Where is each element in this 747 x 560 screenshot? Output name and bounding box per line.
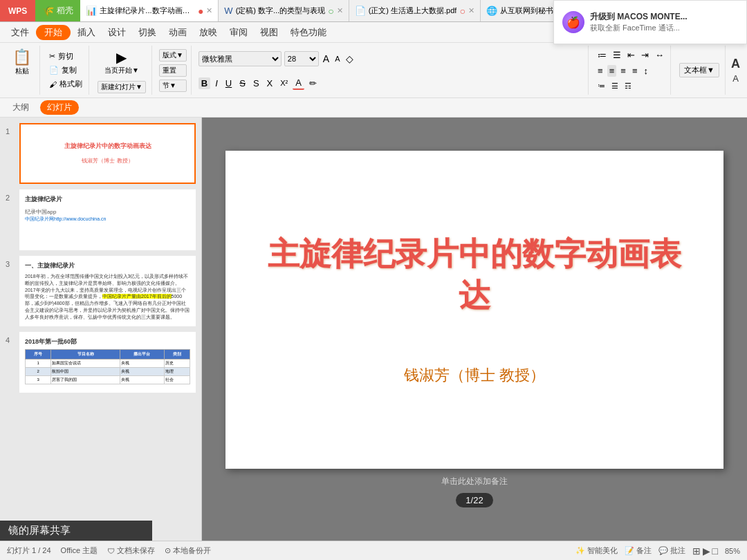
slide3-body: 2018年初，为在全球范围传播中国文化计划投入3亿元，以及形式多样持续不断的宣传…	[25, 273, 190, 321]
tab-slides[interactable]: 幻灯片	[40, 100, 79, 115]
main-content: 1 主旋律纪录片中的数字动画表达 钱淑芳（博士 教授） 2 主旋律纪录片 纪录中…	[0, 118, 747, 541]
text-box-btn[interactable]: 文本框▼	[679, 63, 719, 77]
format-brush-btn[interactable]: 🖌 格式刷	[47, 78, 84, 90]
layout-label: 版式▼	[163, 51, 183, 59]
text-color-btn[interactable]: A	[293, 77, 304, 90]
smart-beautify-btn[interactable]: ✨ 智能美化	[575, 545, 618, 556]
tab-outline[interactable]: 大纲	[6, 100, 36, 115]
list4-btn[interactable]: ☶	[622, 81, 634, 91]
slide-main-area: 主旋律纪录片中的数字动画表达 钱淑芳（博士 教授） 单击此处添加备注 1/22	[202, 118, 747, 541]
slide-img-3[interactable]: 一、主旋律纪录片 2018年初，为在全球范围传播中国文化计划投入3亿元，以及形式…	[19, 256, 196, 326]
menu-view[interactable]: 视图	[255, 25, 284, 40]
clear-format-btn[interactable]: ◇	[344, 53, 355, 64]
slide-add-note[interactable]: 单击此处添加备注	[441, 476, 508, 487]
indent-dec-btn[interactable]: ⇤	[625, 49, 637, 61]
cut-btn[interactable]: ✂ 剪切	[47, 50, 84, 62]
rtl-btn[interactable]: ↔	[653, 49, 666, 61]
tab-ppt1[interactable]: 📊 主旋律纪录片...数字动画表达 ● ✕	[80, 0, 219, 21]
font-dec-btn[interactable]: A	[333, 55, 341, 63]
menu-playback[interactable]: 放映	[194, 25, 223, 40]
list-number-btn[interactable]: ☰	[611, 49, 623, 61]
paste-btn[interactable]: 📋 粘贴	[10, 47, 34, 77]
current-slide-btn[interactable]: ▶ 当页开始▼	[102, 48, 142, 77]
slide-canvas[interactable]: 主旋律纪录片中的数字动画表达 钱淑芳（博士 教授）	[225, 151, 723, 469]
slide-main-author: 钱淑芳（博士 教授）	[404, 365, 545, 386]
highlight-btn[interactable]: ✏	[306, 77, 320, 89]
grid-view-btn[interactable]: ⊞	[692, 545, 701, 557]
present-btn[interactable]: ▶	[703, 545, 710, 557]
new-slide-btn[interactable]: 新建幻灯片▼	[98, 81, 146, 93]
menu-review[interactable]: 审阅	[224, 25, 253, 40]
slide-thumb-3[interactable]: 3 一、主旋律纪录片 2018年初，为在全球范围传播中国文化计划投入3亿元，以及…	[6, 256, 196, 326]
line-spacing-btn[interactable]: ↕	[641, 65, 650, 77]
menu-insert[interactable]: 插入	[72, 25, 101, 40]
slide-thumb-2[interactable]: 2 主旋律纪录片 纪录中国app 中国纪录片网http://www.docuch…	[6, 189, 196, 250]
notification-banner[interactable]: 🍎 升级到 MACOS MONTE... 获取全新 FaceTime 通话...	[553, 0, 747, 44]
normal-view-btn[interactable]: □	[712, 545, 718, 557]
list-bullet-btn[interactable]: ≔	[596, 49, 609, 61]
doc-status[interactable]: 🛡 文档未保存	[107, 545, 155, 556]
paste-icon: 📋	[12, 48, 31, 66]
copy-btn[interactable]: 📄 复制	[47, 64, 84, 76]
shadow-btn[interactable]: S	[250, 77, 262, 89]
doc-status-label: 文档未保存	[117, 545, 155, 556]
slide-img-2[interactable]: 主旋律纪录片 纪录中国app 中国纪录片网http://www.docuchin…	[19, 189, 196, 250]
ppt1-close[interactable]: ✕	[206, 6, 212, 15]
menu-switch[interactable]: 切换	[133, 25, 162, 40]
reset-btn[interactable]: 重置	[159, 64, 187, 77]
slide3-heading: 一、主旋律纪录片	[25, 261, 190, 270]
status-left: 幻灯片 1 / 24 Office 主题 🛡 文档未保存 ⊙ 本地备份开	[7, 545, 211, 556]
align-center-btn[interactable]: ≡	[607, 65, 617, 77]
menu-animate[interactable]: 动画	[163, 25, 192, 40]
bold-btn[interactable]: B	[199, 77, 210, 89]
layout-btn[interactable]: 版式▼	[159, 49, 187, 62]
justify-btn[interactable]: ≡	[630, 65, 640, 77]
menu-special[interactable]: 特色功能	[285, 25, 332, 40]
word1-close[interactable]: ✕	[337, 6, 343, 15]
menu-design[interactable]: 设计	[102, 25, 131, 40]
slide-counter-badge: 1/22	[456, 493, 492, 507]
tab-word1[interactable]: W (定稿) 数字...的类型与表现 ○ ✕	[219, 0, 349, 21]
italic-btn[interactable]: I	[212, 77, 221, 89]
superscript-btn[interactable]: X²	[277, 78, 290, 88]
slide-img-4[interactable]: 2018年第一批60部 序号 节目名称 播出平台 类别 1如果国宝会说话央视历史…	[19, 332, 196, 393]
fontsize-a-large[interactable]: A	[731, 57, 740, 71]
ribbon-text-group: 文本框▼	[674, 46, 726, 95]
menu-start[interactable]: 开始	[36, 25, 71, 40]
pdf1-close[interactable]: ✕	[468, 6, 474, 15]
tab-daocao[interactable]: 🌾 稻壳	[35, 0, 80, 21]
notification-title: 升级到 MACOS MONTE...	[590, 11, 688, 23]
char-spacing-btn[interactable]: X	[264, 77, 276, 89]
overlay-text: 镜的屏幕共享	[8, 524, 71, 536]
ribbon-para-group: ≔ ☰ ⇤ ⇥ ↔ ≡ ≡ ≡ ≡ ↕ ≔ ☰ ☶	[591, 46, 671, 95]
fontsize-a-small[interactable]: A	[731, 73, 740, 84]
straw-icon: 🌾	[42, 6, 54, 17]
indent-inc-btn[interactable]: ⇥	[639, 49, 651, 61]
cut-icon: ✂	[49, 52, 55, 61]
underline-btn[interactable]: U	[223, 77, 234, 89]
font-family-select[interactable]: 微软雅黑	[199, 51, 282, 66]
align-left-btn[interactable]: ≡	[596, 65, 605, 77]
list2-btn[interactable]: ≔	[596, 81, 607, 91]
notes-btn[interactable]: 📝 备注	[625, 545, 652, 556]
notes-label: 备注	[636, 545, 652, 556]
slide2-line1: 纪录中国app	[25, 208, 190, 216]
tab-wps[interactable]: WPS	[0, 0, 35, 21]
ribbon: 📋 粘贴 ✂ 剪切 📄 复制 🖌 格式刷 ▶ 当页开始▼ 新建幻灯片▼ 版式▼	[0, 43, 747, 98]
slide-img-1[interactable]: 主旋律纪录片中的数字动画表达 钱淑芳（博士 教授）	[19, 123, 196, 184]
save-status[interactable]: ⊙ 本地备份开	[165, 545, 211, 556]
font-size-select[interactable]: 28	[284, 51, 319, 66]
slide-thumb-1[interactable]: 1 主旋律纪录片中的数字动画表达 钱淑芳（博士 教授）	[6, 123, 196, 184]
view-tabs-bar: 大纲 幻灯片	[0, 98, 747, 118]
slide-thumb-4[interactable]: 4 2018年第一批60部 序号 节目名称 播出平台 类别 1如果国宝会说话央视…	[6, 332, 196, 393]
align-right-btn[interactable]: ≡	[618, 65, 628, 77]
comments-btn[interactable]: 💬 批注	[658, 545, 685, 556]
ribbon-fontsize-group: A A	[728, 46, 743, 95]
font-inc-btn[interactable]: A	[322, 53, 331, 64]
menu-file[interactable]: 文件	[6, 25, 35, 40]
strikethrough-btn[interactable]: S	[237, 77, 248, 89]
section-btn[interactable]: 节▼	[159, 80, 187, 92]
tab-pdf1[interactable]: 📄 (正文) 生活遇上大数据.pdf ○ ✕	[349, 0, 481, 21]
status-right: ✨ 智能美化 📝 备注 💬 批注 ⊞ ▶ □ 85%	[575, 545, 741, 557]
list3-btn[interactable]: ☰	[609, 81, 620, 91]
